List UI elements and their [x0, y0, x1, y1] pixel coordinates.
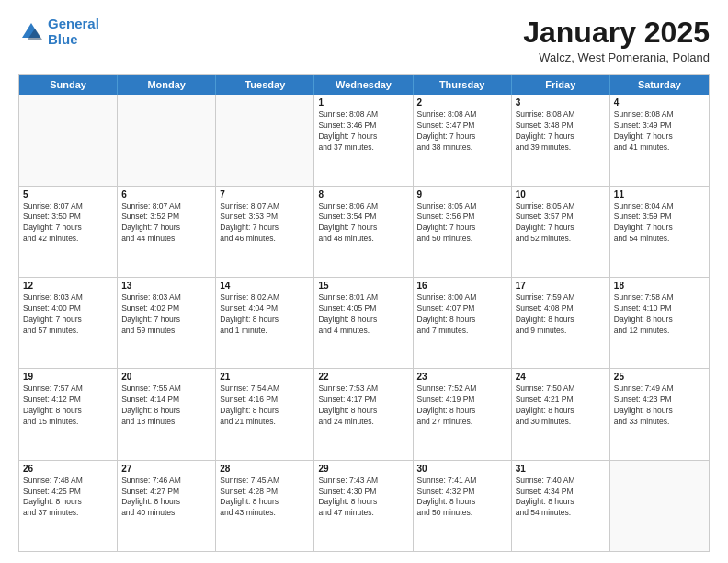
day-info: Sunrise: 7:57 AM Sunset: 4:12 PM Dayligh…	[23, 384, 113, 428]
day-cell: 22Sunrise: 7:53 AM Sunset: 4:17 PM Dayli…	[314, 369, 413, 459]
day-number: 11	[614, 190, 705, 200]
logo-text: General Blue	[48, 17, 99, 47]
day-number: 31	[516, 464, 606, 474]
day-number: 18	[614, 281, 705, 291]
day-number: 14	[220, 281, 310, 291]
day-cell: 5Sunrise: 8:07 AM Sunset: 3:50 PM Daylig…	[19, 187, 118, 277]
week-row-3: 12Sunrise: 8:03 AM Sunset: 4:00 PM Dayli…	[19, 277, 709, 368]
day-number: 21	[220, 372, 310, 382]
day-cell: 23Sunrise: 7:52 AM Sunset: 4:19 PM Dayli…	[414, 369, 512, 459]
day-info: Sunrise: 8:03 AM Sunset: 4:02 PM Dayligh…	[121, 293, 211, 337]
month-year: January 2025	[523, 17, 710, 49]
day-cell: 31Sunrise: 7:40 AM Sunset: 4:34 PM Dayli…	[512, 461, 610, 551]
day-cell: 8Sunrise: 8:06 AM Sunset: 3:54 PM Daylig…	[314, 187, 413, 277]
day-cell: 9Sunrise: 8:05 AM Sunset: 3:56 PM Daylig…	[414, 187, 512, 277]
day-cell: 26Sunrise: 7:48 AM Sunset: 4:25 PM Dayli…	[19, 461, 118, 551]
day-cell: 16Sunrise: 8:00 AM Sunset: 4:07 PM Dayli…	[414, 278, 512, 368]
day-info: Sunrise: 7:49 AM Sunset: 4:23 PM Dayligh…	[614, 384, 705, 428]
day-info: Sunrise: 8:03 AM Sunset: 4:00 PM Dayligh…	[23, 293, 113, 337]
day-info: Sunrise: 7:41 AM Sunset: 4:32 PM Dayligh…	[417, 476, 507, 520]
day-info: Sunrise: 8:08 AM Sunset: 3:46 PM Dayligh…	[318, 109, 408, 154]
title-block: January 2025 Walcz, West Pomerania, Pola…	[523, 17, 710, 64]
day-number: 17	[516, 281, 606, 291]
day-cell: 24Sunrise: 7:50 AM Sunset: 4:21 PM Dayli…	[512, 369, 610, 459]
day-number: 5	[23, 190, 113, 200]
day-cell: 10Sunrise: 8:05 AM Sunset: 3:57 PM Dayli…	[512, 187, 610, 277]
day-cell: 19Sunrise: 7:57 AM Sunset: 4:12 PM Dayli…	[19, 369, 118, 459]
day-cell: 27Sunrise: 7:46 AM Sunset: 4:27 PM Dayli…	[118, 461, 216, 551]
header: General Blue January 2025 Walcz, West Po…	[18, 17, 710, 64]
day-info: Sunrise: 7:46 AM Sunset: 4:27 PM Dayligh…	[121, 476, 211, 520]
day-number: 12	[23, 281, 113, 291]
day-info: Sunrise: 8:06 AM Sunset: 3:54 PM Dayligh…	[318, 201, 408, 246]
day-info: Sunrise: 8:08 AM Sunset: 3:49 PM Dayligh…	[614, 109, 705, 154]
day-info: Sunrise: 8:02 AM Sunset: 4:04 PM Dayligh…	[220, 293, 310, 337]
day-cell: 2Sunrise: 8:08 AM Sunset: 3:47 PM Daylig…	[414, 95, 512, 185]
day-cell: 11Sunrise: 8:04 AM Sunset: 3:59 PM Dayli…	[610, 187, 709, 277]
weeks: 1Sunrise: 8:08 AM Sunset: 3:46 PM Daylig…	[19, 95, 709, 551]
day-number: 20	[121, 372, 211, 382]
week-row-4: 19Sunrise: 7:57 AM Sunset: 4:12 PM Dayli…	[19, 368, 709, 459]
day-info: Sunrise: 7:54 AM Sunset: 4:16 PM Dayligh…	[220, 384, 310, 428]
day-number: 1	[318, 98, 408, 108]
day-number: 4	[614, 98, 705, 108]
day-cell: 29Sunrise: 7:43 AM Sunset: 4:30 PM Dayli…	[314, 461, 413, 551]
day-number: 3	[516, 98, 606, 108]
day-info: Sunrise: 7:45 AM Sunset: 4:28 PM Dayligh…	[220, 476, 310, 520]
day-header-friday: Friday	[512, 75, 610, 95]
day-header-sunday: Sunday	[19, 75, 118, 95]
day-number: 25	[614, 372, 705, 382]
day-number: 16	[417, 281, 507, 291]
day-number: 23	[417, 372, 507, 382]
day-number: 7	[220, 190, 310, 200]
day-info: Sunrise: 8:07 AM Sunset: 3:52 PM Dayligh…	[121, 201, 211, 246]
day-info: Sunrise: 8:07 AM Sunset: 3:53 PM Dayligh…	[220, 201, 310, 246]
day-header-saturday: Saturday	[610, 75, 709, 95]
day-number: 9	[417, 190, 507, 200]
calendar: SundayMondayTuesdayWednesdayThursdayFrid…	[18, 74, 710, 552]
day-cell: 18Sunrise: 7:58 AM Sunset: 4:10 PM Dayli…	[610, 278, 709, 368]
week-row-1: 1Sunrise: 8:08 AM Sunset: 3:46 PM Daylig…	[19, 95, 709, 185]
day-cell: 14Sunrise: 8:02 AM Sunset: 4:04 PM Dayli…	[216, 278, 314, 368]
day-info: Sunrise: 7:43 AM Sunset: 4:30 PM Dayligh…	[318, 476, 408, 520]
day-info: Sunrise: 7:50 AM Sunset: 4:21 PM Dayligh…	[516, 384, 606, 428]
day-number: 10	[516, 190, 606, 200]
logo: General Blue	[18, 17, 99, 47]
day-number: 8	[318, 190, 408, 200]
day-cell: 17Sunrise: 7:59 AM Sunset: 4:08 PM Dayli…	[512, 278, 610, 368]
day-cell: 28Sunrise: 7:45 AM Sunset: 4:28 PM Dayli…	[216, 461, 314, 551]
day-cell	[118, 95, 216, 185]
day-number: 19	[23, 372, 113, 382]
logo-icon	[18, 19, 44, 45]
day-number: 24	[516, 372, 606, 382]
day-cell	[19, 95, 118, 185]
day-header-monday: Monday	[118, 75, 216, 95]
day-number: 29	[318, 464, 408, 474]
page: General Blue January 2025 Walcz, West Po…	[0, 0, 728, 563]
day-number: 13	[121, 281, 211, 291]
day-number: 22	[318, 372, 408, 382]
day-info: Sunrise: 8:08 AM Sunset: 3:48 PM Dayligh…	[516, 109, 606, 154]
day-header-tuesday: Tuesday	[216, 75, 314, 95]
day-info: Sunrise: 7:40 AM Sunset: 4:34 PM Dayligh…	[516, 476, 606, 520]
day-cell: 6Sunrise: 8:07 AM Sunset: 3:52 PM Daylig…	[118, 187, 216, 277]
day-number: 27	[121, 464, 211, 474]
logo-line1: General	[48, 16, 99, 31]
day-info: Sunrise: 8:04 AM Sunset: 3:59 PM Dayligh…	[614, 201, 705, 246]
day-cell: 3Sunrise: 8:08 AM Sunset: 3:48 PM Daylig…	[512, 95, 610, 185]
day-info: Sunrise: 8:00 AM Sunset: 4:07 PM Dayligh…	[417, 293, 507, 337]
day-cell: 20Sunrise: 7:55 AM Sunset: 4:14 PM Dayli…	[118, 369, 216, 459]
day-info: Sunrise: 7:58 AM Sunset: 4:10 PM Dayligh…	[614, 293, 705, 337]
week-row-5: 26Sunrise: 7:48 AM Sunset: 4:25 PM Dayli…	[19, 460, 709, 551]
day-number: 2	[417, 98, 507, 108]
day-cell: 25Sunrise: 7:49 AM Sunset: 4:23 PM Dayli…	[610, 369, 709, 459]
day-info: Sunrise: 7:59 AM Sunset: 4:08 PM Dayligh…	[516, 293, 606, 337]
day-info: Sunrise: 8:08 AM Sunset: 3:47 PM Dayligh…	[417, 109, 507, 154]
day-cell: 7Sunrise: 8:07 AM Sunset: 3:53 PM Daylig…	[216, 187, 314, 277]
day-info: Sunrise: 8:01 AM Sunset: 4:05 PM Dayligh…	[318, 293, 408, 337]
day-info: Sunrise: 8:05 AM Sunset: 3:56 PM Dayligh…	[417, 201, 507, 246]
day-info: Sunrise: 7:48 AM Sunset: 4:25 PM Dayligh…	[23, 476, 113, 520]
day-cell: 13Sunrise: 8:03 AM Sunset: 4:02 PM Dayli…	[118, 278, 216, 368]
location: Walcz, West Pomerania, Poland	[523, 51, 710, 64]
day-cell	[610, 461, 709, 551]
